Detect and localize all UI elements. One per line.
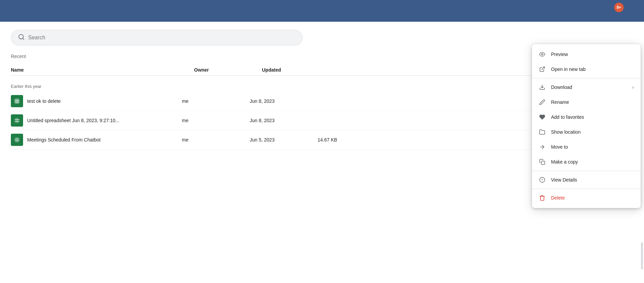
- menu-divider-2: [532, 171, 641, 171]
- col-header-owner: Owner: [194, 67, 262, 73]
- pencil-icon: [539, 99, 546, 106]
- scrollbar-thumb[interactable]: [641, 242, 643, 269]
- file-name-cell: test ok to delete: [11, 95, 182, 107]
- folder-icon: [539, 129, 546, 135]
- file-name-text: test ok to delete: [27, 98, 61, 104]
- col-header-name: Name: [11, 67, 194, 73]
- search-input[interactable]: [28, 35, 296, 41]
- menu-item-view-details[interactable]: View Details: [532, 172, 641, 187]
- svg-line-1: [23, 38, 24, 40]
- search-container: [11, 30, 633, 45]
- spreadsheet-icon: [11, 95, 23, 107]
- menu-item-delete[interactable]: Delete: [532, 190, 641, 205]
- arrow-right-icon: [539, 144, 546, 150]
- search-wrapper[interactable]: [11, 30, 303, 45]
- spreadsheet-icon: [11, 114, 23, 127]
- file-updated-cell: Jun 5, 2023: [250, 137, 318, 143]
- menu-item-preview[interactable]: Preview: [532, 47, 641, 62]
- menu-divider-3: [532, 189, 641, 189]
- main-content: Recent Name Owner Updated Earlier this y…: [0, 22, 644, 283]
- col-header-updated: Updated: [262, 67, 330, 73]
- file-name-cell: Untitled spreadsheet Jun 8, 2023, 9:27:1…: [11, 114, 182, 127]
- heart-icon: [539, 114, 546, 120]
- file-updated-cell: Jun 8, 2023: [250, 98, 318, 104]
- menu-item-make-copy-label: Make a copy: [551, 159, 634, 165]
- scrollbar-track[interactable]: [641, 22, 643, 283]
- menu-item-delete-label: Delete: [551, 195, 634, 201]
- eye-icon: [539, 51, 546, 58]
- svg-rect-2: [15, 99, 20, 104]
- file-owner-cell: me: [182, 118, 250, 123]
- menu-item-rename[interactable]: Rename: [532, 95, 641, 110]
- notification-badge[interactable]: 9+: [614, 3, 624, 12]
- menu-item-rename-label: Rename: [551, 99, 634, 105]
- menu-item-view-details-label: View Details: [551, 177, 634, 183]
- svg-point-3: [542, 54, 543, 55]
- spreadsheet-icon: [11, 134, 23, 146]
- menu-item-add-favorites-label: Add to favorites: [551, 114, 634, 120]
- menu-item-show-location-label: Show location: [551, 129, 634, 135]
- search-icon: [18, 34, 25, 42]
- menu-item-make-copy[interactable]: Make a copy: [532, 154, 641, 169]
- menu-item-move-to-label: Move to: [551, 144, 634, 150]
- download-arrow-icon: ›: [632, 84, 634, 90]
- header-bar: 9+: [0, 0, 644, 22]
- external-link-icon: [539, 66, 546, 73]
- file-owner-cell: me: [182, 98, 250, 104]
- info-icon: [539, 176, 546, 183]
- context-menu: Preview Open in new tab: [532, 44, 641, 208]
- menu-item-preview-label: Preview: [551, 52, 634, 57]
- copy-icon: [539, 158, 546, 165]
- menu-item-download[interactable]: Download ›: [532, 80, 641, 95]
- menu-item-show-location[interactable]: Show location: [532, 125, 641, 139]
- menu-item-download-label: Download: [551, 84, 627, 90]
- menu-item-move-to[interactable]: Move to: [532, 139, 641, 154]
- download-icon: [539, 84, 546, 91]
- menu-item-add-favorites[interactable]: Add to favorites: [532, 110, 641, 125]
- file-owner-cell: me: [182, 137, 250, 143]
- menu-item-open-new-tab[interactable]: Open in new tab: [532, 62, 641, 77]
- file-name-cell: Meetings Scheduled From Chatbot: [11, 134, 182, 146]
- menu-item-open-new-tab-label: Open in new tab: [551, 67, 634, 72]
- file-updated-cell: Jun 8, 2023: [250, 118, 318, 123]
- menu-divider-1: [532, 78, 641, 78]
- trash-icon: [539, 194, 546, 201]
- file-name-text: Meetings Scheduled From Chatbot: [27, 137, 100, 143]
- file-name-text: Untitled spreadsheet Jun 8, 2023, 9:27:1…: [27, 118, 119, 123]
- svg-rect-7: [542, 161, 545, 165]
